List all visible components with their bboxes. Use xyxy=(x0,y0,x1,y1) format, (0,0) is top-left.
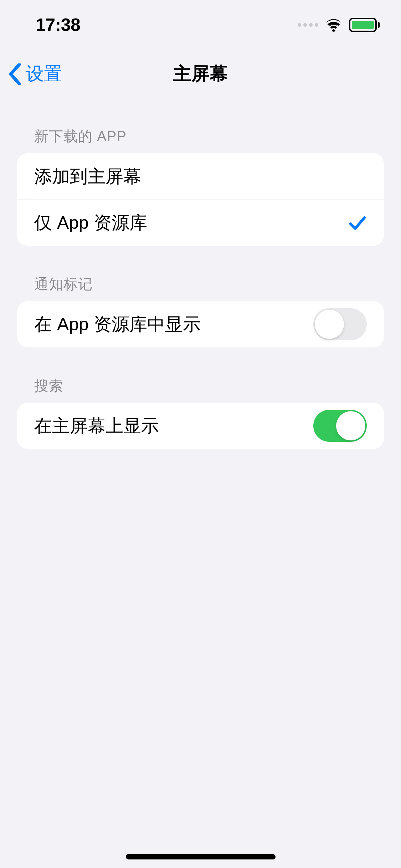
toggle-knob xyxy=(336,411,365,440)
section-header-new-apps: 新下载的 APP xyxy=(0,126,401,153)
status-right xyxy=(298,18,380,32)
option-label: 仅 App 资源库 xyxy=(34,211,147,235)
toggle-label: 在 App 资源库中显示 xyxy=(34,312,201,336)
toggle-knob xyxy=(315,310,344,339)
option-label: 添加到主屏幕 xyxy=(34,165,141,188)
section-header-search: 搜索 xyxy=(0,376,401,403)
group-badges: 在 App 资源库中显示 xyxy=(17,301,384,347)
home-indicator[interactable] xyxy=(126,854,276,859)
section-header-badges: 通知标记 xyxy=(0,274,401,301)
toggle-show-in-library[interactable] xyxy=(313,308,367,340)
battery-icon xyxy=(349,18,380,32)
signal-dots-icon xyxy=(298,23,318,27)
chevron-left-icon xyxy=(9,63,21,85)
row-show-in-library: 在 App 资源库中显示 xyxy=(17,301,384,347)
row-show-on-home: 在主屏幕上显示 xyxy=(17,403,384,449)
wifi-icon xyxy=(325,18,343,32)
option-add-to-home[interactable]: 添加到主屏幕 xyxy=(17,153,384,200)
section-search: 搜索 在主屏幕上显示 xyxy=(0,376,401,449)
toggle-show-on-home[interactable] xyxy=(313,410,367,442)
group-new-apps: 添加到主屏幕 仅 App 资源库 xyxy=(17,153,384,246)
status-bar: 17:38 xyxy=(0,0,401,50)
group-search: 在主屏幕上显示 xyxy=(17,403,384,449)
option-app-library-only[interactable]: 仅 App 资源库 xyxy=(17,200,384,246)
back-button[interactable]: 设置 xyxy=(9,62,62,86)
section-badges: 通知标记 在 App 资源库中显示 xyxy=(0,274,401,347)
checkmark-icon xyxy=(348,214,367,232)
back-label: 设置 xyxy=(26,62,62,86)
toggle-label: 在主屏幕上显示 xyxy=(34,414,159,438)
status-time: 17:38 xyxy=(36,15,80,35)
nav-bar: 设置 主屏幕 xyxy=(0,50,401,98)
section-new-apps: 新下载的 APP 添加到主屏幕 仅 App 资源库 xyxy=(0,126,401,246)
